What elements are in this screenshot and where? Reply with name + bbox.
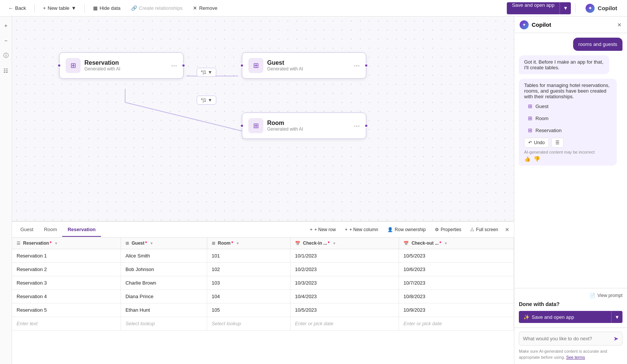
tab-guest[interactable]: Guest: [15, 223, 39, 237]
left-chart-icon[interactable]: ☷: [1, 65, 11, 76]
undo-row: ↶ Undo ☰: [524, 138, 612, 148]
table-row: Reservation 5Ethan Hunt10510/5/202310/9/…: [12, 303, 514, 317]
cell-guest[interactable]: Diana Prince: [121, 290, 207, 303]
placeholder-cell-4[interactable]: Enter or pick date: [399, 317, 514, 330]
tab-actions: + + New row + + New column 👤 Row ownersh…: [306, 225, 514, 234]
cell-reservation[interactable]: Reservation 4: [12, 290, 121, 303]
connector-badge-res-room[interactable]: *|1 ▼: [197, 96, 216, 105]
col-sort-icon-5: ▼: [444, 241, 448, 245]
col-header-room[interactable]: ⊞ Room* ▼: [207, 238, 290, 249]
copilot-save-dropdown[interactable]: ▼: [612, 311, 622, 323]
connector-badge-res-guest[interactable]: *|1 ▼: [197, 68, 216, 77]
see-terms-link[interactable]: See terms: [566, 355, 585, 359]
canvas-area: ⊞ Reservation Generated with AI ⋯ *|1 ▼: [12, 17, 514, 221]
guest-table-subtitle: Generated with AI: [267, 66, 303, 72]
col-header-guest[interactable]: ⊞ Guest* ▼: [121, 238, 207, 249]
row-ownership-button[interactable]: 👤 Row ownership: [384, 225, 430, 234]
cell-room[interactable]: 105: [207, 303, 290, 317]
thumbs-up-button[interactable]: 👍: [524, 156, 531, 162]
cell-checkout[interactable]: 10/8/2023: [399, 290, 514, 303]
guest-table-menu[interactable]: ⋯: [354, 62, 360, 69]
svg-line-2: [125, 102, 242, 131]
chevron-down-icon: ▼: [71, 5, 76, 11]
cell-reservation[interactable]: Reservation 5: [12, 303, 121, 317]
col-header-checkout[interactable]: 📅 Check-out ...* ▼: [399, 238, 514, 249]
left-add-icon[interactable]: +: [1, 20, 11, 31]
left-layout-icon[interactable]: ⓘ: [1, 50, 11, 61]
panel-close-button[interactable]: ✕: [503, 225, 511, 234]
cell-checkin[interactable]: 10/3/2023: [290, 276, 399, 290]
full-screen-button[interactable]: ⧊ Full screen: [466, 225, 502, 234]
copilot-footer: ➤ Make sure AI-generated content is accu…: [514, 327, 627, 364]
new-table-button[interactable]: + New table ▼: [39, 3, 80, 13]
chevron-down-icon-connector2: ▼: [208, 97, 212, 103]
back-button[interactable]: ← Back: [5, 3, 30, 13]
reservation-table-subtitle: Generated with AI: [84, 66, 120, 72]
new-row-button[interactable]: + + New row: [306, 225, 339, 234]
cell-reservation[interactable]: Reservation 2: [12, 263, 121, 276]
col-icon-date2: 📅: [404, 241, 409, 245]
copilot-save-open-button[interactable]: ✨ Save and open app ▼: [519, 311, 622, 323]
cell-guest[interactable]: Alice Smith: [121, 249, 207, 263]
cell-checkin[interactable]: 10/1/2023: [290, 249, 399, 263]
tab-reservation[interactable]: Reservation: [62, 223, 101, 237]
placeholder-cell-0[interactable]: Enter text: [12, 317, 121, 330]
cell-checkout[interactable]: 10/7/2023: [399, 276, 514, 290]
table-row: Reservation 3Charlie Brown10310/3/202310…: [12, 276, 514, 290]
cell-reservation[interactable]: Reservation 1: [12, 249, 121, 263]
col-icon-lookup2: ⊞: [212, 241, 215, 245]
cell-checkout[interactable]: 10/5/2023: [399, 249, 514, 263]
table-icon: ▦: [93, 5, 98, 11]
col-icon-lookup1: ⊞: [125, 241, 129, 245]
cell-checkin[interactable]: 10/5/2023: [290, 303, 399, 317]
placeholder-cell-2[interactable]: Select lookup: [207, 317, 290, 330]
cell-checkin[interactable]: 10/2/2023: [290, 263, 399, 276]
undo-button[interactable]: ↶ Undo: [524, 138, 549, 148]
reservation-table-icon: ⊞: [66, 58, 81, 73]
save-open-button[interactable]: Save and open app ▼: [507, 2, 571, 14]
cell-reservation[interactable]: Reservation 3: [12, 276, 121, 290]
dot-left: [57, 64, 61, 67]
cell-room[interactable]: 104: [207, 290, 290, 303]
send-button[interactable]: ➤: [613, 335, 618, 342]
main-area: + − ⓘ ☷ ⊞: [0, 17, 627, 364]
col-header-checkin[interactable]: 📅 Check-in ...* ▼: [290, 238, 399, 249]
toolbar-divider-2: [84, 4, 85, 13]
copilot-input[interactable]: [523, 336, 610, 341]
cell-room[interactable]: 102: [207, 263, 290, 276]
left-minus-icon[interactable]: −: [1, 35, 11, 46]
cell-room[interactable]: 103: [207, 276, 290, 290]
save-open-main[interactable]: Save and open app: [507, 2, 560, 14]
properties-button[interactable]: ⚙ Properties: [431, 225, 465, 234]
create-relationships-button[interactable]: 🔗 Create relationships: [127, 3, 187, 13]
cell-checkout[interactable]: 10/9/2023: [399, 303, 514, 317]
new-column-button[interactable]: + + New column: [341, 225, 382, 234]
hide-data-button[interactable]: ▦ Hide data: [89, 3, 124, 13]
settings-button[interactable]: ☰: [551, 138, 564, 148]
done-with-data-label: Done with data?: [519, 301, 622, 307]
reservation-table-title: Reservation: [84, 59, 120, 66]
view-prompt-button[interactable]: 📄 View prompt: [519, 293, 622, 298]
doc-icon: 📄: [590, 293, 595, 298]
room-table-menu[interactable]: ⋯: [354, 122, 360, 129]
thumbs-down-button[interactable]: 👎: [534, 156, 540, 162]
link-icon: 🔗: [131, 5, 137, 11]
cell-room[interactable]: 101: [207, 249, 290, 263]
cell-checkin[interactable]: 10/4/2023: [290, 290, 399, 303]
ai-note: AI-generated content may be incorrect: [524, 150, 612, 154]
reservation-table-menu[interactable]: ⋯: [171, 62, 177, 69]
placeholder-cell-3[interactable]: Enter or pick date: [290, 317, 399, 330]
tab-room[interactable]: Room: [39, 223, 63, 237]
cell-guest[interactable]: Bob Johnson: [121, 263, 207, 276]
sliders-icon: ☰: [555, 140, 560, 145]
remove-button[interactable]: ✕ Remove: [189, 3, 221, 13]
bottom-panel: Guest Room Reservation + + New row + + N…: [12, 221, 514, 364]
cell-guest[interactable]: Charlie Brown: [121, 276, 207, 290]
save-open-dropdown[interactable]: ▼: [560, 2, 571, 14]
cell-checkout[interactable]: 10/6/2023: [399, 263, 514, 276]
placeholder-cell-1[interactable]: Select lookup: [121, 317, 207, 330]
col-header-reservation[interactable]: ☰ Reservation* ▼: [12, 238, 121, 249]
cell-guest[interactable]: Ethan Hunt: [121, 303, 207, 317]
copilot-close-button[interactable]: ✕: [617, 22, 622, 28]
x-icon: ✕: [193, 5, 197, 11]
